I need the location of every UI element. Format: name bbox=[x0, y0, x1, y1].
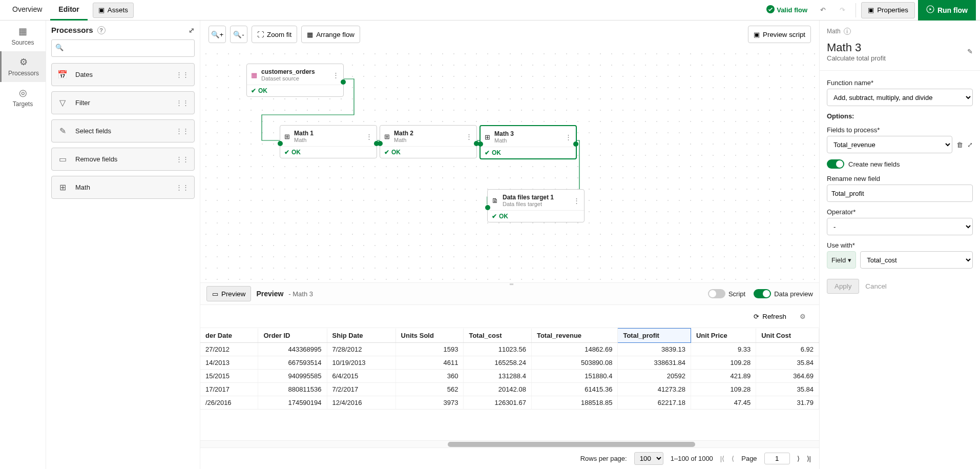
rail-sources[interactable]: ▦ Sources bbox=[0, 21, 46, 51]
flow-canvas[interactable]: ▦ customers_orders Dataset source ⋮ ✔OK … bbox=[200, 48, 819, 282]
processor-search-input[interactable] bbox=[51, 39, 195, 57]
undo-button[interactable]: ↶ bbox=[815, 2, 831, 18]
drag-handle-icon[interactable]: ⋮⋮ bbox=[176, 71, 189, 78]
table-cell: 20142.08 bbox=[464, 383, 531, 396]
redo-button[interactable]: ↷ bbox=[834, 2, 850, 18]
assets-button[interactable]: ▣ Assets bbox=[93, 3, 134, 18]
last-page-icon[interactable]: ⟩| bbox=[807, 455, 811, 462]
column-header[interactable]: Order ID bbox=[258, 329, 327, 343]
table-row[interactable]: /26/201617459019412/4/20163973126301.671… bbox=[200, 396, 819, 410]
column-header[interactable]: Total_profit bbox=[618, 329, 691, 343]
port-in[interactable] bbox=[278, 141, 283, 146]
properties-button[interactable]: ▣ Properties bbox=[861, 2, 915, 18]
column-header[interactable]: Total_revenue bbox=[531, 329, 618, 343]
collapse-icon[interactable]: ⤢ bbox=[189, 26, 195, 34]
node-menu-icon[interactable]: ⋮ bbox=[565, 133, 572, 141]
node-math-2[interactable]: ⊞ Math 2 Math ⋮ ✔OK bbox=[380, 125, 477, 158]
drag-handle-icon[interactable]: ⋮⋮ bbox=[176, 127, 189, 135]
drag-handle-icon[interactable]: ⋮⋮ bbox=[176, 155, 189, 163]
node-math-3[interactable]: ⊞ Math 3 Math ⋮ ✔OK bbox=[479, 125, 577, 159]
drag-handle-icon[interactable]: ⋮⋮ bbox=[176, 183, 189, 191]
zoom-in-button[interactable]: 🔍+ bbox=[208, 26, 226, 43]
table-cell: 562 bbox=[395, 383, 464, 396]
table-row[interactable]: 14/201366759351410/19/20134611165258.245… bbox=[200, 356, 819, 370]
rail-processors[interactable]: ⚙ Processors bbox=[0, 51, 46, 82]
node-math-1[interactable]: ⊞ Math 1 Math ⋮ ✔OK bbox=[280, 125, 377, 158]
first-page-icon[interactable]: |⟨ bbox=[720, 455, 724, 462]
expand-icon[interactable]: ⤢ bbox=[967, 141, 973, 149]
column-header[interactable]: Units Sold bbox=[395, 329, 464, 343]
valid-flow-indicator: Valid flow bbox=[766, 5, 807, 15]
trash-icon[interactable]: 🗑 bbox=[956, 141, 963, 149]
table-row[interactable]: 27/20124433689957/28/2012159311023.56148… bbox=[200, 343, 819, 356]
create-new-fields-toggle[interactable] bbox=[827, 159, 844, 169]
port-in[interactable] bbox=[378, 141, 383, 146]
rows-per-page-select[interactable]: 100 bbox=[634, 452, 663, 465]
help-icon[interactable]: ? bbox=[97, 26, 106, 34]
fields-to-process-select[interactable]: Total_revenue bbox=[827, 136, 952, 153]
preview-toggle-button[interactable]: ▭ Preview bbox=[206, 286, 251, 301]
proc-filter[interactable]: ▽ Filter ⋮⋮ bbox=[51, 91, 195, 114]
zoom-fit-button[interactable]: ⛶ Zoom fit bbox=[252, 26, 297, 43]
column-header[interactable]: der Date bbox=[200, 329, 258, 343]
arrange-flow-button[interactable]: ▦ Arrange flow bbox=[301, 26, 360, 43]
check-icon: ✔ bbox=[492, 213, 497, 220]
preview-bar: ═ ▭ Preview Preview - Math 3 Script Data… bbox=[200, 282, 819, 304]
preview-script-label: Preview script bbox=[763, 31, 805, 38]
column-header[interactable]: Unit Price bbox=[691, 329, 756, 343]
prev-page-icon[interactable]: ⟨ bbox=[732, 455, 734, 462]
info-icon[interactable]: i bbox=[844, 28, 851, 35]
datapreview-toggle[interactable] bbox=[754, 289, 771, 298]
data-preview-table: der DateOrder IDShip DateUnits SoldTotal… bbox=[200, 328, 819, 440]
zoom-fit-label: Zoom fit bbox=[267, 31, 291, 38]
script-icon: ▣ bbox=[754, 31, 760, 38]
proc-dates[interactable]: 📅 Dates ⋮⋮ bbox=[51, 63, 195, 86]
preview-script-button[interactable]: ▣ Preview script bbox=[748, 26, 811, 43]
column-header[interactable]: Ship Date bbox=[327, 329, 395, 343]
script-toggle[interactable] bbox=[708, 289, 725, 298]
refresh-button[interactable]: ⟳ Refresh bbox=[754, 313, 786, 320]
port-in[interactable] bbox=[485, 205, 490, 210]
table-cell: 360 bbox=[395, 370, 464, 383]
tab-overview[interactable]: Overview bbox=[4, 0, 50, 21]
next-page-icon[interactable]: ⟩ bbox=[797, 455, 800, 462]
cancel-button[interactable]: Cancel bbox=[865, 279, 887, 294]
node-menu-icon[interactable]: ⋮ bbox=[366, 133, 372, 140]
run-flow-button[interactable]: Run flow bbox=[918, 0, 976, 21]
port-out[interactable] bbox=[341, 79, 346, 85]
operator-select[interactable]: - bbox=[827, 218, 973, 235]
table-row[interactable]: 17/20178808115367/2/201756220142.0861415… bbox=[200, 383, 819, 396]
node-menu-icon[interactable]: ⋮ bbox=[332, 71, 339, 79]
node-data-files-target[interactable]: 🗎 Data files target 1 Data files target … bbox=[487, 189, 585, 222]
use-with-value-select[interactable]: Total_cost bbox=[860, 251, 973, 269]
settings-button[interactable]: ⚙ bbox=[795, 308, 811, 324]
column-header[interactable]: Unit Cost bbox=[756, 329, 819, 343]
table-cell: 41273.28 bbox=[618, 383, 691, 396]
tab-editor[interactable]: Editor bbox=[50, 0, 87, 21]
proc-select-fields[interactable]: ✎ Select fields ⋮⋮ bbox=[51, 119, 195, 142]
refresh-label: Refresh bbox=[762, 313, 786, 320]
zoom-out-button[interactable]: 🔍- bbox=[230, 26, 247, 43]
table-row[interactable]: 15/20159409955856/4/2015360131288.415188… bbox=[200, 370, 819, 383]
rail-targets[interactable]: ◎ Targets bbox=[0, 82, 46, 113]
node-dataset-source[interactable]: ▦ customers_orders Dataset source ⋮ ✔OK bbox=[246, 64, 344, 97]
node-title: Math 2 bbox=[394, 130, 413, 137]
table-cell: 7/2/2017 bbox=[327, 383, 395, 396]
function-name-select[interactable]: Add, subtract, multiply, and divide bbox=[827, 89, 973, 106]
apply-button[interactable]: Apply bbox=[827, 279, 859, 294]
resize-handle-icon[interactable]: ═ bbox=[510, 281, 513, 287]
edit-icon[interactable]: ✎ bbox=[967, 48, 973, 55]
proc-remove-fields[interactable]: ▭ Remove fields ⋮⋮ bbox=[51, 148, 195, 171]
horizontal-scrollbar[interactable] bbox=[200, 440, 819, 447]
port-in[interactable] bbox=[478, 141, 483, 147]
use-with-kind-select[interactable]: Field ▾ bbox=[827, 251, 856, 269]
column-header[interactable]: Total_cost bbox=[464, 329, 531, 343]
rename-field-input[interactable] bbox=[827, 185, 973, 202]
table-cell: 338631.84 bbox=[618, 356, 691, 370]
proc-math[interactable]: ⊞ Math ⋮⋮ bbox=[51, 176, 195, 199]
node-menu-icon[interactable]: ⋮ bbox=[573, 197, 580, 205]
node-menu-icon[interactable]: ⋮ bbox=[466, 133, 472, 140]
port-out[interactable] bbox=[573, 141, 578, 147]
drag-handle-icon[interactable]: ⋮⋮ bbox=[176, 99, 189, 107]
page-input[interactable] bbox=[764, 453, 790, 464]
